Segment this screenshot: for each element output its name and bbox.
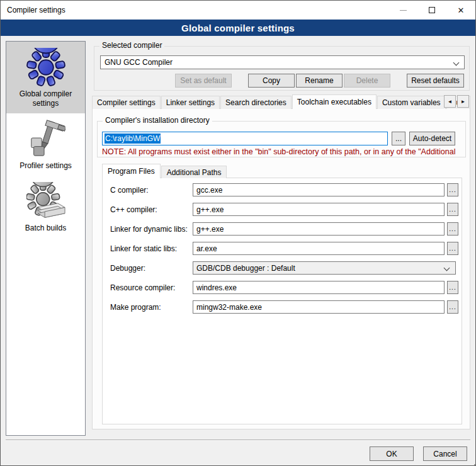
browse-directory-button[interactable]: ... [392, 132, 405, 145]
chevron-down-icon [453, 60, 460, 66]
form-row-cpp-compiler: C++ compiler: ... [103, 203, 462, 217]
linker-static-label: Linker for static libs: [110, 244, 177, 253]
compiler-buttons-row: Set as default Copy Rename Delete Reset … [175, 74, 464, 88]
selected-compiler-label: Selected compiler [99, 41, 164, 50]
maximize-button[interactable] [417, 1, 446, 20]
sidebar-item-label: Batch builds [8, 224, 84, 233]
tab-scroll-left-button[interactable]: ◄ [444, 95, 456, 108]
cpp-compiler-browse-button[interactable]: ... [447, 203, 458, 216]
c-compiler-browse-button[interactable]: ... [447, 183, 458, 196]
form-row-c-compiler: C compiler: ... [103, 183, 462, 197]
toolchain-executables-panel: Compiler's installation directory C:\ray… [92, 108, 470, 429]
ok-button[interactable]: OK [370, 446, 414, 461]
chevron-down-icon [444, 265, 450, 271]
sidebar-item-profiler-settings[interactable]: Profiler settings [6, 113, 85, 176]
bin-subdirectory-note: NOTE: All programs must exist either in … [102, 147, 470, 156]
selected-compiler-group: Selected compiler GNU GCC Compiler Set a… [94, 46, 470, 91]
linker-dynamic-browse-button[interactable]: ... [447, 222, 458, 236]
linker-dynamic-label: Linker for dynamic libs: [110, 225, 188, 234]
tab-scroll-right-button[interactable]: ► [457, 95, 469, 108]
rename-button[interactable]: Rename [296, 74, 343, 88]
minimize-button[interactable] [388, 1, 417, 20]
linker-dynamic-input[interactable] [193, 222, 445, 236]
form-row-linker-dynamic: Linker for dynamic libs: ... [103, 222, 462, 236]
program-files-tabs: Program Files Additional Paths [102, 164, 227, 178]
tab-program-files[interactable]: Program Files [102, 164, 161, 178]
compiler-select-value: GNU GCC Compiler [105, 58, 173, 67]
tab-scroll-arrows: ◄ ► [444, 95, 469, 108]
tab-additional-paths[interactable]: Additional Paths [161, 166, 227, 178]
c-compiler-input[interactable] [193, 183, 445, 196]
resource-compiler-browse-button[interactable]: ... [447, 281, 458, 294]
resource-compiler-label: Resource compiler: [110, 283, 175, 292]
resize-grip[interactable] [472, 462, 473, 463]
compiler-select[interactable]: GNU GCC Compiler [100, 55, 465, 69]
tab-linker-settings[interactable]: Linker settings [161, 96, 220, 109]
tab-toolchain-executables[interactable]: Toolchain executables [292, 94, 377, 109]
tab-compiler-settings[interactable]: Compiler settings [92, 96, 161, 109]
copy-button[interactable]: Copy [248, 74, 295, 88]
compiler-settings-dialog: Compiler settings ✕ Global compiler sett… [0, 0, 476, 466]
auto-detect-button[interactable]: Auto-detect [409, 132, 455, 145]
arrow-left-icon: ◄ [448, 99, 453, 105]
installation-directory-input[interactable]: C:\raylib\MinGW [102, 132, 388, 145]
tab-search-directories[interactable]: Search directories [220, 96, 292, 109]
cpp-compiler-input[interactable] [193, 203, 445, 216]
linker-static-input[interactable] [193, 242, 445, 255]
make-program-input[interactable] [193, 300, 445, 314]
caption-buttons: ✕ [388, 1, 475, 20]
debugger-label: Debugger: [110, 264, 145, 273]
settings-category-list: Global compiler settings Profiler settin… [6, 41, 86, 436]
set-as-default-button[interactable]: Set as default [175, 74, 232, 88]
tab-custom-variables[interactable]: Custom variables [377, 96, 446, 109]
installation-directory-label: Compiler's installation directory [103, 116, 212, 125]
blue-gear-icon [26, 48, 65, 87]
form-row-debugger: Debugger: GDB/CDB debugger : Default [103, 261, 462, 275]
reset-defaults-button[interactable]: Reset defaults [407, 74, 464, 88]
form-row-linker-static: Linker for static libs: ... [103, 242, 462, 256]
window-title: Compiler settings [7, 6, 65, 14]
sidebar-item-label: Profiler settings [8, 161, 84, 171]
cancel-button[interactable]: Cancel [423, 446, 467, 461]
banner-title: Global compiler settings [181, 23, 295, 33]
settings-tabs: Compiler settings Linker settings Search… [92, 94, 470, 109]
debugger-select-value: GDB/CDB debugger : Default [196, 264, 295, 273]
program-files-panel: C compiler: ... C++ compiler: ... Linker… [102, 178, 462, 424]
c-compiler-label: C compiler: [110, 186, 149, 195]
delete-button[interactable]: Delete [344, 74, 390, 88]
form-row-make-program: Make program: ... [103, 300, 462, 314]
maximize-icon [429, 7, 435, 13]
form-row-resource-compiler: Resource compiler: ... [103, 281, 462, 295]
close-button[interactable]: ✕ [446, 1, 475, 20]
close-icon: ✕ [458, 6, 465, 14]
caliper-icon [26, 120, 65, 159]
gray-gear-stack-icon [26, 182, 65, 221]
linker-static-browse-button[interactable]: ... [447, 242, 458, 255]
dialog-banner: Global compiler settings [1, 20, 475, 36]
footer-divider [6, 440, 470, 441]
sidebar-item-label: Global compiler settings [8, 89, 84, 108]
sidebar-item-global-compiler-settings[interactable]: Global compiler settings [6, 42, 85, 113]
titlebar[interactable]: Compiler settings ✕ [1, 1, 475, 20]
selected-path-text: C:\raylib\MinGW [105, 134, 161, 144]
sidebar-item-batch-builds[interactable]: Batch builds [6, 176, 85, 238]
minimize-icon [400, 10, 407, 11]
cpp-compiler-label: C++ compiler: [110, 205, 157, 214]
resource-compiler-input[interactable] [193, 281, 445, 294]
installation-directory-group: Compiler's installation directory C:\ray… [97, 121, 466, 157]
make-program-label: Make program: [110, 303, 161, 312]
debugger-select[interactable]: GDB/CDB debugger : Default [193, 261, 456, 275]
arrow-right-icon: ► [461, 99, 466, 105]
make-program-browse-button[interactable]: ... [447, 300, 458, 314]
